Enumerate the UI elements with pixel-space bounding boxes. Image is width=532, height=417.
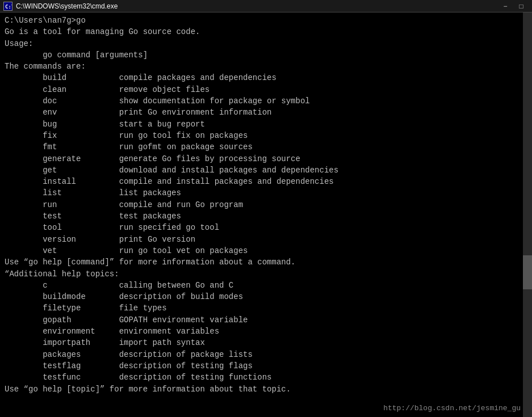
window-controls: − □ <box>498 2 529 11</box>
terminal-line: gopath GOPATH environment variable <box>5 314 527 326</box>
terminal-line: install compile and install packages and… <box>5 176 527 187</box>
terminal-line: Go is a tool for managing Go source code… <box>5 26 527 37</box>
window-title: C:\WINDOWS\system32\cmd.exe <box>16 2 118 10</box>
terminal-line: fix run go tool fix on packages <box>5 130 527 141</box>
terminal-line: buildmode description of build modes <box>5 291 527 302</box>
terminal-body: C:\Users\nan7g>goGo is a tool for managi… <box>0 12 532 417</box>
terminal-line: bug start a bug report <box>5 119 527 130</box>
terminal-line: Use “go help [topic]” for more informati… <box>5 384 527 395</box>
terminal-line: version print Go version <box>5 234 527 245</box>
terminal-line: Usage: <box>5 38 527 49</box>
terminal-line: Use “go help [command]” for more informa… <box>5 256 527 268</box>
terminal-line: go command [arguments] <box>5 49 527 61</box>
terminal-output: C:\Users\nan7g>goGo is a tool for managi… <box>5 15 527 395</box>
terminal-line: tool run specified go tool <box>5 222 527 233</box>
maximize-button[interactable]: □ <box>514 2 529 11</box>
terminal-line: run compile and run Go program <box>5 199 527 210</box>
terminal-line: environment environment variables <box>5 326 527 337</box>
title-bar-left: C:\ C:\WINDOWS\system32\cmd.exe <box>3 2 118 11</box>
terminal-line: test test packages <box>5 210 527 222</box>
terminal-line: The commands are: <box>5 61 527 72</box>
terminal-line: fmt run gofmt on package sources <box>5 141 527 153</box>
terminal-line: vet run go tool vet on packages <box>5 245 527 256</box>
terminal-line: testflag description of testing flags <box>5 360 527 372</box>
terminal-line: packages description of package lists <box>5 349 527 360</box>
terminal-line: importpath import path syntax <box>5 337 527 348</box>
terminal-line: generate generate Go files by processing… <box>5 153 527 165</box>
svg-text:C:\: C:\ <box>5 4 12 10</box>
terminal-line: C:\Users\nan7g>go <box>5 15 527 26</box>
terminal-line: list list packages <box>5 187 527 199</box>
scrollbar[interactable] <box>523 12 532 417</box>
cmd-icon: C:\ <box>3 2 12 11</box>
title-bar: C:\ C:\WINDOWS\system32\cmd.exe − □ <box>0 0 532 12</box>
watermark: http://blog.csdn.net/jesmine_gu <box>383 404 521 412</box>
minimize-button[interactable]: − <box>498 2 513 11</box>
terminal-line: build compile packages and dependencies <box>5 72 527 83</box>
scrollbar-thumb[interactable] <box>523 255 532 289</box>
terminal-line: testfunc description of testing function… <box>5 372 527 383</box>
terminal-line: “Additional help topics: <box>5 268 527 280</box>
terminal-line: clean remove object files <box>5 84 527 95</box>
terminal-line: get download and install packages and de… <box>5 165 527 176</box>
terminal-line: c calling between Go and C <box>5 280 527 291</box>
terminal-line: doc show documentation for package or sy… <box>5 95 527 107</box>
terminal-line: filetype file types <box>5 302 527 314</box>
terminal-line: env print Go environment information <box>5 107 527 118</box>
